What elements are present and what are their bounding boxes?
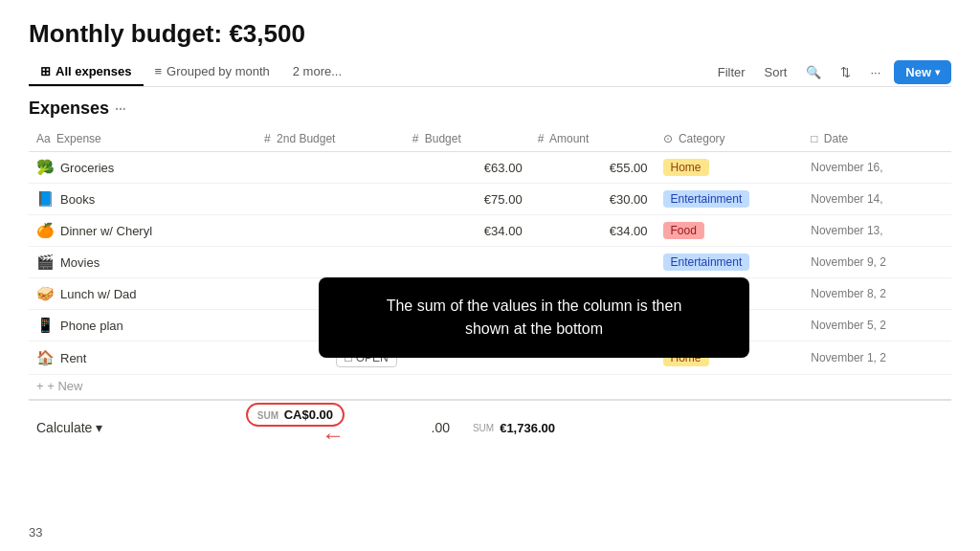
cell-category: Food [656, 215, 804, 247]
col-header-amount: # Amount [530, 126, 656, 152]
table-row[interactable]: 🎬 Movies Entertainment November 9, 2 [29, 247, 951, 278]
tab-more[interactable]: 2 more... [281, 58, 353, 86]
page: Monthly budget: €3,500 ⊞ All expenses ≡ … [0, 0, 980, 551]
add-new-icon: + [36, 379, 44, 393]
more-options-button[interactable]: ··· [864, 62, 886, 82]
tabs-bar: ⊞ All expenses ≡ Grouped by month 2 more… [29, 58, 951, 87]
category-badge: Home [663, 159, 709, 176]
cell-category: Home [656, 152, 804, 184]
cell-date: November 5, 2 [803, 310, 951, 342]
more-options-icon: ··· [870, 65, 880, 79]
tooltip-line2: shown at the bottom [465, 320, 603, 337]
filter2-icon: ⇅ [840, 65, 851, 79]
cell-amount: €30.00 [530, 184, 656, 215]
expense-icon: 📱 [36, 317, 55, 334]
section-title-area: Expenses ··· [29, 99, 951, 119]
sum3-label: SUM [473, 423, 494, 433]
search-icon: 🔍 [806, 65, 821, 79]
budget-col-icon: # [412, 132, 419, 145]
expense-icon: 🍊 [36, 222, 55, 239]
expense-icon: 🏠 [36, 349, 55, 366]
footer-sum3: SUM €1,736.00 [450, 421, 555, 435]
cell-date: November 14, [803, 184, 951, 215]
expense-name-text: Phone plan [60, 319, 123, 333]
sum1-highlight: SUM CA$0.00 [246, 403, 345, 427]
cell-category: Entertainment [656, 184, 804, 215]
tooltip-box: The sum of the values in the column is t… [319, 277, 749, 358]
table-row[interactable]: 🥦 Groceries €63.00 €55.00 Home November … [29, 152, 951, 184]
tab-grouped-by-month[interactable]: ≡ Grouped by month [144, 58, 281, 86]
category-badge: Food [663, 222, 704, 239]
sum3-value: €1,736.00 [500, 421, 555, 435]
cell-amount [530, 247, 656, 278]
add-new-label: + New [47, 379, 82, 393]
col-header-budget: # Budget [405, 126, 530, 152]
footer-area: Calculate ▾ SUM CA$0.00 ← .00 SUM €1,736… [29, 399, 951, 449]
list-icon: ≡ [155, 64, 163, 78]
col-header-category: ⊙ Category [656, 126, 804, 152]
cell-2ndbudget [256, 184, 405, 215]
calculate-label: Calculate [36, 420, 92, 435]
new-button-label: New [905, 65, 931, 79]
page-title: Monthly budget: €3,500 [29, 19, 951, 49]
amount-col-icon: # [538, 132, 545, 145]
sum1-value: CA$0.00 [284, 408, 333, 422]
cell-2ndbudget [256, 152, 405, 184]
chevron-down-icon: ▾ [935, 67, 940, 77]
col-header-date: □ Date [803, 126, 951, 152]
add-new-row[interactable]: + + New [29, 375, 951, 397]
expense-icon: 🥦 [36, 159, 55, 176]
expense-name-text: Dinner w/ Cheryl [60, 224, 152, 238]
tooltip-line1: The sum of the values in the column is t… [387, 298, 682, 314]
tab-all-expenses-label: All expenses [56, 64, 132, 78]
expense-name-text: Movies [60, 255, 100, 270]
cell-expense-name: 🍊 Dinner w/ Cheryl [29, 215, 256, 247]
cell-2ndbudget [256, 215, 405, 247]
filter2-button[interactable]: ⇅ [835, 62, 857, 82]
col-header-2ndbudget: # 2nd Budget [256, 126, 405, 152]
expense-name-text: Books [60, 192, 95, 207]
cell-date: November 13, [803, 215, 951, 247]
cell-expense-name: 🏠 Rent [29, 342, 256, 375]
filter-button[interactable]: Filter [712, 62, 751, 82]
cell-budget: €75.00 [405, 184, 530, 215]
date-col-icon: □ [811, 132, 817, 145]
cell-date: November 1, 2 [803, 342, 951, 375]
expense-name-text: Groceries [60, 161, 114, 175]
footer-calculate[interactable]: Calculate ▾ [29, 420, 220, 435]
section-title-text: Expenses [29, 99, 109, 119]
category-badge: Entertainment [663, 253, 750, 271]
tab-all-expenses[interactable]: ⊞ All expenses [29, 58, 144, 86]
sum1-label: SUM [257, 410, 278, 421]
table-header-row: Aa Expense # 2nd Budget # Budget # Amoun… [29, 126, 951, 152]
filter-label: Filter [718, 65, 746, 79]
category-badge: Entertainment [663, 190, 750, 208]
cell-date: November 9, 2 [803, 247, 951, 278]
cell-2ndbudget [256, 247, 405, 278]
table-row[interactable]: 📘 Books €75.00 €30.00 Entertainment Nove… [29, 184, 951, 215]
cell-expense-name: 🥪 Lunch w/ Dad [29, 278, 256, 310]
footer-cols: Calculate ▾ SUM CA$0.00 ← .00 SUM €1,736… [29, 407, 951, 449]
page-number: 33 [29, 525, 42, 540]
cell-date: November 16, [803, 152, 951, 184]
section-more-icon[interactable]: ··· [115, 101, 126, 117]
cell-amount: €55.00 [530, 152, 656, 184]
cell-date: November 8, 2 [803, 278, 951, 310]
sort-label: Sort [765, 65, 788, 79]
sort-button[interactable]: Sort [759, 62, 793, 82]
table-row[interactable]: 🍊 Dinner w/ Cheryl €34.00 €34.00 Food No… [29, 215, 951, 247]
new-button[interactable]: New ▾ [894, 60, 951, 84]
tab-more-label: 2 more... [293, 64, 342, 78]
cell-budget [405, 247, 530, 278]
expense-name-text: Rent [60, 351, 86, 365]
expense-col-icon: Aa [36, 132, 51, 145]
table-icon: ⊞ [40, 64, 51, 78]
search-button[interactable]: 🔍 [800, 62, 827, 82]
cell-budget: €63.00 [405, 152, 530, 184]
calculate-chevron: ▾ [96, 420, 102, 435]
toolbar-right: Filter Sort 🔍 ⇅ ··· New ▾ [712, 60, 951, 84]
category-col-icon: ⊙ [663, 132, 673, 145]
footer-sum2: .00 [345, 420, 450, 435]
cell-expense-name: 🥦 Groceries [29, 152, 256, 184]
cell-amount: €34.00 [530, 215, 656, 247]
